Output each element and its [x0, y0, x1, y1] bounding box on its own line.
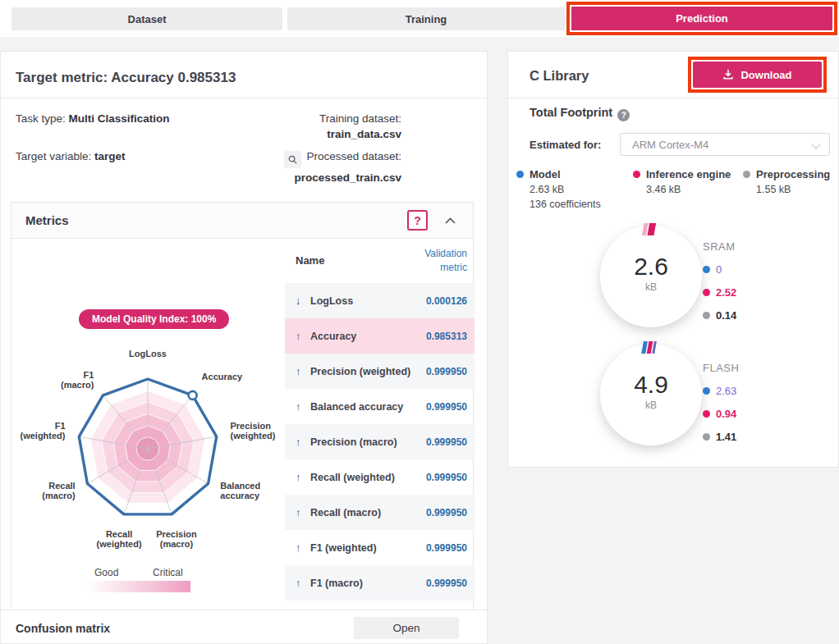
- divider: [508, 98, 838, 98]
- metric-row-f1-weighted[interactable]: ↑F1 (weighted)0.999950: [285, 530, 475, 565]
- flash-unit: kB: [600, 400, 702, 411]
- sram-inference-value: 2.52: [716, 286, 736, 299]
- model-dot-icon: [703, 387, 710, 395]
- model-size: 2.63 kB: [530, 184, 601, 195]
- model-label: Model: [530, 168, 561, 180]
- metric-value: 0.999950: [426, 401, 467, 413]
- model-quality-badge: Model Quality Index: 100%: [79, 309, 229, 329]
- model-coefficients: 136 coefficients: [530, 199, 601, 210]
- scale-critical-label: Critical: [153, 567, 183, 578]
- preprocessing-dot-icon: [743, 171, 750, 178]
- target-metric-heading: Target metric: Accuracy 0.985313: [16, 70, 236, 86]
- metric-value: 0.999950: [426, 507, 467, 518]
- metric-row-recall-weighted[interactable]: ↑Recall (weighted)0.999950: [285, 459, 475, 495]
- flash-gauge: 4.9 kB: [600, 344, 702, 445]
- metric-value: 0.000126: [426, 295, 467, 307]
- radar-axis-label: LogLoss: [129, 349, 167, 359]
- inference-size: 3.46 kB: [646, 184, 731, 195]
- download-label: Download: [740, 69, 791, 81]
- metric-value: 0.999950: [426, 578, 467, 589]
- sram-legend: SRAM 0 2.52 0.14: [703, 240, 736, 322]
- tab-training[interactable]: Training: [287, 7, 565, 30]
- flash-inference-value: 0.94: [716, 408, 736, 420]
- training-dataset-line: Training dataset: train_data.csv: [319, 112, 401, 144]
- sram-gauge: 2.6 kB: [600, 226, 702, 327]
- tab-prediction[interactable]: Prediction: [571, 7, 832, 30]
- inference-label: Inference engine: [646, 168, 731, 180]
- inference-dot-icon: [633, 171, 640, 178]
- metric-value: 0.999950: [426, 542, 467, 554]
- processed-dataset-line: Processed dataset: processed_train.csv: [284, 150, 401, 187]
- target-variable-label: Target variable:: [16, 150, 91, 162]
- estimated-for-label: Estimated for:: [530, 139, 601, 151]
- preprocessing-dot-icon: [703, 312, 710, 319]
- download-button[interactable]: Download: [693, 62, 822, 88]
- metrics-table-header: Name Validation metric: [285, 240, 475, 283]
- metric-name: Recall (weighted): [310, 472, 395, 483]
- preprocessing-dot-icon: [703, 433, 710, 441]
- collapse-chevron-icon[interactable]: [442, 212, 458, 229]
- metric-row-balanced-accuracy[interactable]: ↑Balanced accuracy0.999950: [285, 389, 475, 424]
- metric-row-precision-weighted[interactable]: ↑Precision (weighted)0.999950: [285, 354, 475, 389]
- processed-dataset-value: processed_train.csv: [294, 171, 401, 184]
- arrow-up-icon: ↑: [296, 471, 301, 483]
- metric-row-f1-macro[interactable]: ↑F1 (macro)0.999950: [285, 565, 475, 601]
- metrics-table: Name Validation metric ↓LogLoss0.000126↑…: [285, 240, 475, 601]
- sram-value: 2.6: [600, 253, 702, 281]
- arrow-up-icon: ↑: [296, 400, 301, 413]
- sram-preprocessing-value: 0.14: [716, 309, 736, 322]
- metric-row-logloss[interactable]: ↓LogLoss0.000126: [285, 283, 475, 318]
- metrics-table-body: ↓LogLoss0.000126↑Accuracy0.985313↑Precis…: [285, 283, 475, 601]
- metric-row-recall-macro[interactable]: ↑Recall (macro)0.999950: [285, 495, 475, 530]
- confusion-matrix-label: Confusion matrix: [16, 622, 110, 635]
- metrics-radar-chart: LogLossAccuracyPrecision(weighted)Balanc…: [11, 345, 300, 573]
- download-icon: [722, 69, 734, 80]
- flash-usage-stripes: [635, 340, 667, 356]
- metric-row-accuracy[interactable]: ↑Accuracy0.985313: [285, 318, 475, 354]
- divider: [1, 98, 487, 98]
- radar-axis-label: F1(macro): [61, 370, 94, 390]
- flash-preprocessing-value: 1.41: [716, 431, 736, 443]
- radar-axis-label: Recall(macro): [42, 481, 76, 500]
- metric-value: 0.999950: [426, 472, 467, 483]
- metric-name: Balanced accuracy: [310, 401, 403, 413]
- inference-dot-icon: [703, 410, 710, 418]
- prediction-tab-highlight-annotation: Prediction: [566, 2, 837, 35]
- inference-dot-icon: [703, 289, 710, 296]
- arrow-up-icon: ↑: [296, 506, 301, 518]
- arrow-up-icon: ↑: [296, 365, 301, 377]
- preprocessing-label: Preprocessing: [756, 168, 830, 180]
- metric-name: Recall (macro): [310, 507, 381, 518]
- confusion-matrix-section: Confusion matrix Open: [1, 610, 487, 644]
- c-library-title: C Library: [530, 68, 589, 84]
- chevron-down-icon: [811, 139, 820, 148]
- help-icon[interactable]: ?: [617, 109, 630, 121]
- task-type-line: Task type: Multi Classification: [16, 112, 170, 125]
- radar-axis-label: Precision(macro): [156, 529, 197, 549]
- prediction-results-panel: Target metric: Accuracy 0.985313 Task ty…: [0, 51, 488, 644]
- column-header-name: Name: [296, 254, 324, 267]
- metric-value: 0.999950: [426, 366, 467, 377]
- good-critical-gradient: [86, 581, 190, 592]
- column-header-validation-metric[interactable]: Validation metric: [410, 247, 467, 275]
- sram-model-value: 0: [716, 263, 722, 276]
- metrics-title: Metrics: [25, 213, 69, 227]
- radar-axis-label: F1(weighted): [21, 421, 66, 441]
- metric-row-precision-macro[interactable]: ↑Precision (macro)0.999950: [285, 424, 475, 459]
- arrow-up-icon: ↑: [296, 541, 301, 554]
- total-footprint-label: Total Footprint: [530, 106, 612, 119]
- search-icon[interactable]: [284, 151, 301, 168]
- footprint-legend-model: Model 2.63 kB 136 coefficients: [516, 168, 601, 210]
- metric-name: F1 (weighted): [310, 542, 377, 554]
- scale-good-label: Good: [94, 567, 118, 578]
- metric-name: F1 (macro): [310, 578, 363, 589]
- tab-dataset[interactable]: Dataset: [11, 7, 282, 30]
- confusion-matrix-open-button[interactable]: Open: [354, 617, 459, 639]
- processor-select[interactable]: ARM Cortex-M4: [620, 133, 830, 156]
- flash-value: 4.9: [600, 371, 702, 399]
- model-dot-icon: [703, 266, 710, 273]
- radar-axis-label: Accuracy: [202, 372, 243, 381]
- metric-value: 0.999950: [426, 436, 467, 448]
- metrics-help-button[interactable]: ?: [407, 210, 428, 231]
- flash-model-value: 2.63: [716, 385, 736, 397]
